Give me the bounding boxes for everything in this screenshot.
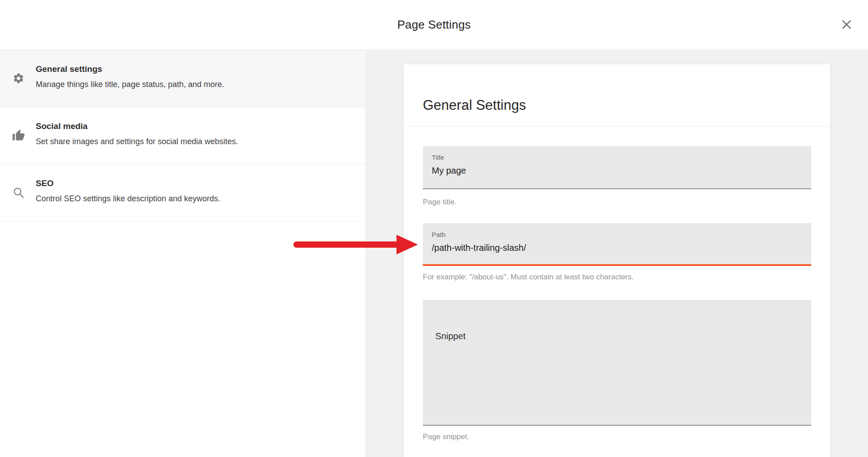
close-button[interactable] (839, 17, 854, 32)
search-icon (12, 186, 25, 199)
sidebar-item-description: Set share images and settings for social… (36, 136, 352, 147)
path-field-helper: For example: "/about-us". Must contain a… (423, 273, 811, 282)
close-icon (839, 17, 854, 32)
section-heading: General Settings (423, 97, 811, 114)
sidebar-item-social-media[interactable]: Social media Set share images and settin… (0, 107, 365, 164)
sidebar-item-title: SEO (36, 178, 352, 189)
card-body: Title My page Page title. Path /path-wit… (404, 146, 830, 441)
sidebar-item-general-settings[interactable]: General settings Manage things like titl… (0, 50, 365, 107)
sidebar-item-description: Manage things like title, page status, p… (36, 79, 352, 90)
settings-content: General Settings Title My page Page titl… (365, 50, 868, 457)
title-field-helper: Page title. (423, 198, 811, 207)
modal-header: Page Settings (0, 0, 868, 50)
path-field-label: Path (432, 231, 802, 239)
thumbs-up-icon (12, 129, 25, 142)
card-header: General Settings (404, 64, 830, 126)
snippet-field-label: Snippet (435, 330, 802, 342)
snippet-field[interactable]: Snippet (423, 300, 811, 426)
modal-body: General settings Manage things like titl… (0, 50, 868, 457)
settings-sidebar: General settings Manage things like titl… (0, 50, 365, 457)
snippet-field-helper: Page snippet. (423, 432, 811, 441)
page-title: Page Settings (397, 18, 471, 32)
sidebar-item-title: Social media (36, 120, 352, 132)
sidebar-item-seo[interactable]: SEO Control SEO settings like descriptio… (0, 164, 365, 221)
title-field-label: Title (432, 154, 802, 162)
title-field[interactable]: Title My page (423, 146, 811, 189)
path-field[interactable]: Path /path-with-trailing-slash/ (423, 223, 811, 266)
path-field-value: /path-with-trailing-slash/ (432, 242, 802, 253)
general-settings-card: General Settings Title My page Page titl… (404, 64, 830, 457)
title-field-value: My page (432, 165, 802, 176)
sidebar-item-title: General settings (36, 63, 352, 75)
sidebar-item-description: Control SEO settings like description an… (36, 193, 352, 204)
gear-icon (12, 72, 25, 85)
